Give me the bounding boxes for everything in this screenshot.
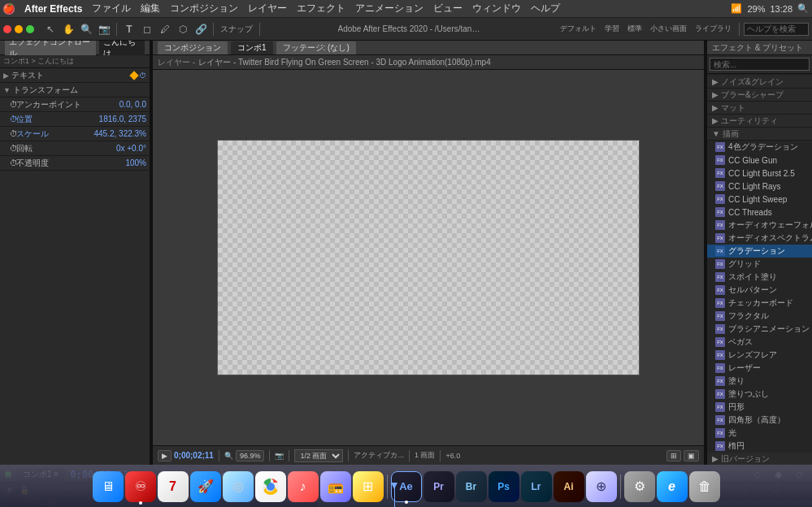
effect-audiowaveform[interactable]: FX オーディオウェーフォルム bbox=[707, 219, 812, 232]
comp1-tab[interactable]: コンポ1 bbox=[231, 41, 273, 54]
dock-after-effects[interactable]: Ae bbox=[391, 471, 422, 502]
effect-vegas[interactable]: FX ベガス bbox=[707, 336, 812, 349]
zoom-level[interactable]: 96.9% bbox=[236, 450, 265, 462]
view-menu[interactable]: ビュー bbox=[428, 2, 467, 15]
text-expand-icon[interactable]: ▶ bbox=[3, 72, 9, 80]
scale-stopwatch[interactable]: ⏱ bbox=[10, 129, 16, 138]
dock-illustrator[interactable]: Ai bbox=[554, 471, 584, 502]
noise-section[interactable]: ▶ ノイズ&グレイン bbox=[707, 76, 812, 89]
dock-premiere-pro[interactable]: Pr bbox=[423, 471, 454, 502]
help-menu[interactable]: ヘルプ bbox=[526, 2, 565, 15]
effect-lensflare[interactable]: FX レンズフレア bbox=[707, 349, 812, 362]
app-name-menu[interactable]: After Effects bbox=[20, 3, 87, 15]
dock-photoshop[interactable]: Ps bbox=[489, 471, 519, 502]
effect-brushanim[interactable]: FX ブラシアニメーション bbox=[707, 323, 812, 336]
effect-fillall[interactable]: FX 塗りつぶし bbox=[707, 388, 812, 401]
opacity-stopwatch[interactable]: ⏱ bbox=[10, 158, 16, 167]
animation-menu[interactable]: アニメーション bbox=[350, 2, 428, 15]
dock-safari[interactable]: ◎ bbox=[223, 471, 254, 502]
dock-lightroom[interactable]: Lr bbox=[521, 471, 552, 502]
dock-creative-cloud[interactable]: ♾ bbox=[125, 471, 156, 502]
standard-btn[interactable]: 標準 bbox=[624, 21, 645, 37]
selection-tool[interactable]: ↖ bbox=[42, 21, 59, 37]
effects-search[interactable] bbox=[710, 58, 810, 71]
effect-ccgluegun[interactable]: FX CC Glue Gun bbox=[707, 154, 812, 167]
puppet-tool[interactable]: ⬡ bbox=[175, 21, 191, 37]
effect-light[interactable]: FX 光 bbox=[707, 427, 812, 440]
dock-trash[interactable]: 🗑 bbox=[689, 471, 720, 502]
default-btn[interactable]: デフォルト bbox=[557, 21, 600, 37]
effect-rect[interactable]: FX 四角形（高度） bbox=[707, 414, 812, 427]
file-menu[interactable]: ファイル bbox=[87, 2, 136, 15]
anchor-stopwatch[interactable]: ⏱ bbox=[10, 100, 16, 109]
text-property[interactable]: ▶ テキスト ⏱ bbox=[0, 68, 150, 83]
rotation-property[interactable]: ⏱ 回転 0x +0.0° bbox=[0, 141, 150, 156]
anim-icon[interactable]: ⏱ bbox=[139, 72, 146, 80]
dock-system-preferences[interactable]: ⚙ bbox=[624, 471, 655, 502]
minimize-button[interactable] bbox=[15, 25, 23, 33]
text-tool[interactable]: T bbox=[121, 21, 137, 37]
learn-btn[interactable]: 学習 bbox=[601, 21, 623, 37]
maximize-button[interactable] bbox=[26, 25, 34, 33]
apple-menu-icon[interactable]: 🍎 bbox=[3, 3, 15, 15]
effect-ellipse[interactable]: FX 楕円 bbox=[707, 440, 812, 453]
matte-section[interactable]: ▶ マット bbox=[707, 102, 812, 115]
dock-launchpad[interactable]: 🚀 bbox=[190, 471, 221, 502]
transform-expand-icon[interactable]: ▼ bbox=[3, 86, 11, 94]
dock-calendar[interactable]: 7 bbox=[158, 471, 189, 502]
effect-gradient[interactable]: FX グラデーション bbox=[707, 245, 812, 258]
effect-fill[interactable]: FX 塗り bbox=[707, 375, 812, 388]
window-menu[interactable]: ウィンドウ bbox=[467, 2, 526, 15]
camera-tool[interactable]: 📷 bbox=[96, 21, 112, 37]
effect-checkerboard[interactable]: FX チェッカーボード bbox=[707, 297, 812, 310]
effect-cclightburst[interactable]: FX CC Light Burst 2.5 bbox=[707, 167, 812, 180]
library-btn[interactable]: ライブラリ bbox=[692, 21, 735, 37]
small-view-btn[interactable]: 小さい画面 bbox=[647, 21, 690, 37]
composition-menu[interactable]: コンポジション bbox=[165, 2, 243, 15]
dock-edge[interactable]: e bbox=[657, 471, 688, 502]
hand-tool[interactable]: ✋ bbox=[60, 21, 76, 37]
position-stopwatch[interactable]: ⏱ bbox=[10, 115, 16, 124]
help-search[interactable] bbox=[744, 23, 809, 36]
rotation-stopwatch[interactable]: ⏱ bbox=[10, 144, 16, 153]
close-button[interactable] bbox=[3, 25, 11, 33]
opacity-property[interactable]: ⏱ 不透明度 100% bbox=[0, 156, 150, 171]
effect-grid[interactable]: FX グリッド bbox=[707, 258, 812, 271]
link-tool[interactable]: 🔗 bbox=[193, 21, 209, 37]
effect-eyedropper[interactable]: FX スポイト塗り bbox=[707, 271, 812, 284]
dock-music[interactable]: ♪ bbox=[288, 471, 319, 502]
dock-bridge[interactable]: Br bbox=[456, 471, 487, 502]
effect-menu[interactable]: エフェクト bbox=[292, 2, 350, 15]
dock-chrome[interactable] bbox=[255, 471, 286, 502]
legacy-section[interactable]: ▶ 旧バージョン bbox=[707, 453, 812, 465]
effect-fractal[interactable]: FX フラクタル bbox=[707, 310, 812, 323]
utility-section[interactable]: ▶ ユーティリティ bbox=[707, 115, 812, 128]
resolution-select[interactable]: 1/2 画面 bbox=[294, 449, 343, 462]
blur-section[interactable]: ▶ ブラー&シャープ bbox=[707, 89, 812, 102]
anchor-point-property[interactable]: ⏱ アンカーポイント 0.0, 0.0 bbox=[0, 98, 150, 112]
scale-property[interactable]: ⏱ スケール 445.2, 322.3% bbox=[0, 127, 150, 141]
preview-play[interactable]: ▶ bbox=[158, 450, 172, 462]
dock-install-apps[interactable]: ⊞ bbox=[353, 471, 384, 502]
dock-podcasts[interactable]: 📻 bbox=[320, 471, 351, 502]
effect-4color[interactable]: FX 4色グラデーション bbox=[707, 141, 812, 154]
effect-ccthreads[interactable]: FX CC Threads bbox=[707, 206, 812, 219]
composition-tab[interactable]: コンポジション bbox=[158, 41, 228, 54]
transparent-btn[interactable]: ▣ bbox=[684, 450, 699, 462]
menu-search-icon[interactable]: 🔍 bbox=[797, 3, 809, 14]
effect-cellpattern[interactable]: FX セルパターン bbox=[707, 284, 812, 297]
transform-property[interactable]: ▼ トランスフォーム bbox=[0, 83, 150, 98]
position-property[interactable]: ⏱ 位置 1816.0, 2375 bbox=[0, 112, 150, 127]
effect-audiospectrum[interactable]: FX オーディオスペクトラム bbox=[707, 232, 812, 245]
grid-btn[interactable]: ⊞ bbox=[667, 450, 681, 462]
edit-menu[interactable]: 編集 bbox=[136, 2, 165, 15]
effect-cclightrays[interactable]: FX CC Light Rays bbox=[707, 180, 812, 193]
zoom-tool[interactable]: 🔍 bbox=[78, 21, 94, 37]
layer-menu[interactable]: レイヤー bbox=[243, 2, 292, 15]
dock-add-apps[interactable]: ⊕ bbox=[586, 471, 617, 502]
pen-tool[interactable]: 🖊 bbox=[157, 21, 173, 37]
footage-tab[interactable]: フッテージ: (なし) bbox=[276, 41, 356, 54]
effect-circle[interactable]: FX 円形 bbox=[707, 401, 812, 414]
effect-cclightsweep[interactable]: FX CC Light Sweep bbox=[707, 193, 812, 206]
dock-finder[interactable]: 🖥 bbox=[93, 471, 124, 502]
